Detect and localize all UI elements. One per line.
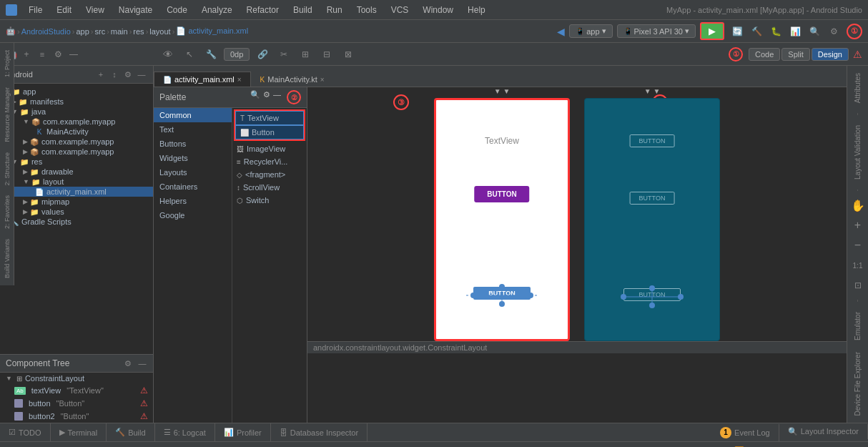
tree-item-java[interactable]: ▼ 📁 java (0, 107, 153, 117)
device-explorer-icon[interactable]: Device File Explorer (852, 348, 863, 420)
search-icon[interactable]: 🔍 (806, 23, 823, 40)
plus-icon[interactable]: + (849, 217, 867, 234)
phone-blueprint-view[interactable]: BUTTON BUTTON BUTTON (584, 98, 720, 341)
breadcrumb-app[interactable]: app (76, 27, 89, 36)
comp-tree-textview[interactable]: Ab textView "TextView" ⚠ (0, 384, 154, 397)
baseline-icon[interactable]: ⊠ (340, 46, 357, 63)
settings-project-icon[interactable]: ⚙ (122, 69, 134, 80)
phone-design-view[interactable]: TextView BUTTON BUTTON (434, 98, 570, 341)
tree-item-mipmap[interactable]: ▶ 📁 mipmap (0, 197, 153, 207)
bottom-tab-database[interactable]: 🗄 Database Inspector (271, 423, 368, 441)
palette-cat-text[interactable]: Text (154, 122, 232, 137)
palette-item-fragment[interactable]: ◇ <fragment> (232, 168, 307, 181)
run-button[interactable]: ▶ (700, 22, 724, 40)
tree-item-res[interactable]: ▼ 📁 res (0, 157, 153, 167)
palette-cat-containers[interactable]: Containers (154, 180, 232, 194)
menu-tools[interactable]: Tools (354, 4, 380, 16)
palette-cat-buttons[interactable]: Buttons (154, 137, 232, 151)
minimize-icon[interactable]: — (67, 48, 80, 61)
tree-item-mainactivity[interactable]: K MainActivity (0, 127, 153, 137)
tree-item-app[interactable]: ▼ 📁 app (0, 87, 153, 97)
tab-activity-main[interactable]: 📄 activity_main.xml × (154, 72, 251, 87)
palette-cat-google[interactable]: Google (154, 208, 232, 222)
panel-settings-icon[interactable]: ⚙ (51, 48, 64, 61)
menu-file[interactable]: File (26, 4, 45, 16)
design-view-button[interactable]: Design (812, 48, 849, 61)
link-icon[interactable]: 🔗 (254, 46, 271, 63)
tab-main-activity[interactable]: K MainActivity.kt × (251, 72, 334, 87)
palette-cat-widgets[interactable]: Widgets (154, 151, 232, 165)
code-view-button[interactable]: Code (749, 48, 780, 61)
palette-item-button[interactable]: ⬜ Button (235, 125, 304, 139)
layout-inspector-tab[interactable]: 🔍 Layout Inspector (779, 424, 868, 439)
build-icon[interactable]: 🔨 (748, 23, 765, 40)
breadcrumb-file[interactable]: 📄 activity_main.xml (176, 26, 248, 36)
sync-icon[interactable]: 🔄 (729, 23, 746, 40)
palette-item-imageview[interactable]: 🖼 ImageView (232, 142, 307, 155)
palette-item-scrollview[interactable]: ↕ ScrollView (232, 181, 307, 194)
add-icon[interactable]: + (20, 48, 33, 61)
bottom-tab-logcat[interactable]: ☰ 6: Logcat (155, 423, 215, 441)
hand-icon[interactable]: ✋ (849, 197, 867, 214)
project-tab[interactable]: 1: Project (2, 46, 12, 82)
minus-icon[interactable]: − (849, 237, 867, 254)
add-project-icon[interactable]: + (95, 69, 107, 80)
breadcrumb-layout[interactable]: layout (149, 27, 170, 36)
comp-tree-button[interactable]: button "Button" ⚠ (0, 397, 154, 410)
dp-button[interactable]: 0dp (224, 48, 250, 61)
layout-validation-icon[interactable]: Layout Validation (852, 121, 863, 184)
magnet-icon[interactable]: 🔧 (202, 46, 220, 63)
run-config-button[interactable]: 📱 app ▾ (569, 24, 612, 38)
palette-minimize-icon[interactable]: — (273, 90, 281, 104)
nav-back-icon[interactable]: ◀ (557, 26, 565, 37)
comp-tree-constraint-layout[interactable]: ▼ ⊞ ConstraintLayout (0, 373, 154, 384)
bottom-tab-terminal[interactable]: ▶ Terminal (51, 423, 107, 441)
menu-navigate[interactable]: Navigate (116, 4, 155, 16)
palette-search-icon[interactable]: 🔍 (250, 90, 260, 104)
bottom-tab-build[interactable]: 🔨 Build (107, 423, 154, 441)
palette-cat-common[interactable]: Common (154, 108, 232, 122)
palette-item-textview[interactable]: T TextView (235, 111, 304, 125)
breadcrumb-main[interactable]: main (111, 27, 128, 36)
breadcrumb-src[interactable]: src (94, 27, 105, 36)
phone-selected-button[interactable]: BUTTON (473, 287, 531, 300)
split-view-button[interactable]: Split (781, 48, 809, 61)
tree-item-drawable[interactable]: ▶ 📁 drawable (0, 167, 153, 177)
bottom-tab-profiler[interactable]: 📊 Profiler (215, 423, 271, 441)
menu-view[interactable]: View (83, 4, 107, 16)
bottom-tab-todo[interactable]: ☑ TODO (0, 423, 51, 441)
tree-item-package2[interactable]: ▶ 📦 com.example.myapp (0, 137, 153, 147)
clear-icon[interactable]: ✂ (275, 46, 292, 63)
breadcrumb-root[interactable]: 🤖 (6, 26, 16, 36)
tab-close-2[interactable]: × (320, 76, 325, 84)
tree-item-activity-main[interactable]: 📄 activity_main.xml (0, 187, 153, 197)
tree-item-gradle[interactable]: ▶ 🔧 Gradle Scripts (0, 217, 153, 227)
config-icon[interactable]: ≡ (36, 48, 49, 61)
tab-close-1[interactable]: × (237, 76, 242, 84)
comp-tree-settings-icon[interactable]: ⚙ (122, 358, 134, 369)
favorites-tab[interactable]: 2: Favorites (2, 191, 12, 233)
palette-cat-layouts[interactable]: Layouts (154, 165, 232, 180)
fit-icon[interactable]: ⊡ (849, 277, 867, 294)
eye-icon[interactable]: 👁 (159, 46, 177, 63)
settings-icon[interactable]: ⚙ (825, 23, 842, 40)
sync-project-icon[interactable]: ↕ (109, 69, 120, 80)
tree-item-package1[interactable]: ▼ 📦 com.example.myapp (0, 117, 153, 127)
menu-window[interactable]: Window (420, 4, 456, 16)
tree-item-layout[interactable]: ▼ 📁 layout (0, 177, 153, 187)
menu-edit[interactable]: Edit (54, 4, 74, 16)
tree-item-manifests[interactable]: ▶ 📁 manifests (0, 97, 153, 107)
minimize-project-icon[interactable]: — (136, 69, 147, 80)
breadcrumb-androidstudio[interactable]: AndroidStudio (21, 27, 71, 36)
cursor-icon[interactable]: ↖ (181, 46, 198, 63)
menu-vcs[interactable]: VCS (388, 4, 412, 16)
profile-icon[interactable]: 📊 (786, 23, 804, 40)
menu-code[interactable]: Code (164, 4, 190, 16)
menu-help[interactable]: Help (465, 4, 488, 16)
tree-item-values[interactable]: ▶ 📁 values (0, 207, 153, 217)
palette-item-switch[interactable]: ⬡ Switch (232, 194, 307, 207)
device-button[interactable]: 📱 Pixel 3 API 30 ▾ (617, 24, 696, 38)
margin-icon[interactable]: ⊟ (318, 46, 335, 63)
breadcrumb-res[interactable]: res (133, 27, 144, 36)
palette-settings-icon[interactable]: ⚙ (263, 90, 270, 104)
